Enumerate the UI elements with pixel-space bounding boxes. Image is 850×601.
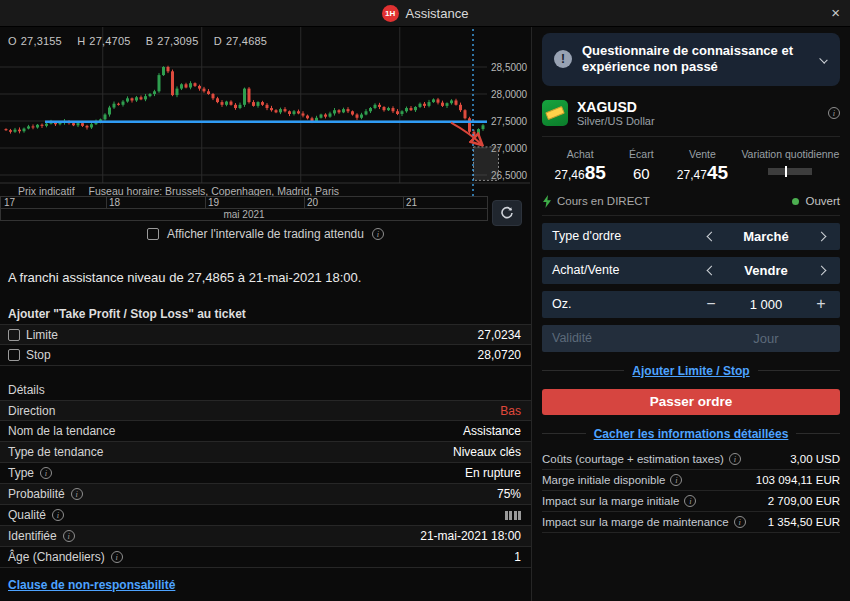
order-type-value: Marché (720, 229, 812, 244)
detail-row-age: Âge (Chandeliers)i 1 (0, 547, 531, 568)
details-title: Détails (8, 383, 45, 397)
maintenance-margin-row: Impact sur la marge de maintenancei 1 35… (542, 512, 840, 533)
validity-row: Validité Jour (542, 325, 840, 352)
info-icon[interactable]: i (729, 453, 741, 465)
window-title: Assistance (406, 6, 469, 21)
axis-month-label: mai 2021 (1, 209, 487, 220)
size-increase-button[interactable]: + (812, 295, 830, 313)
price-chart: 28,500028,000027,500027,000026,5000 O27,… (0, 27, 531, 197)
order-type-prev-button[interactable] (702, 233, 720, 240)
hide-details-link[interactable]: Cacher les informations détaillées (594, 427, 789, 441)
side-next-button[interactable] (812, 267, 830, 274)
limit-value: 27,0234 (478, 328, 521, 342)
svg-text:28,0000: 28,0000 (491, 89, 528, 100)
daily-variation: Variation quotidienne (741, 148, 840, 186)
warning-text: Questionnaire de connaissance et expérie… (582, 43, 811, 76)
size-input[interactable]: 1 000 (720, 297, 812, 312)
detail-row-direction: Direction Bas (0, 400, 531, 421)
info-icon[interactable]: i (52, 509, 64, 521)
detail-row-trend-type: Type de tendance Niveaux clés (0, 442, 531, 463)
limit-checkbox[interactable] (8, 329, 20, 341)
price-strip: Achat 27,4685 Écart 60 Vente 27,4745 Var… (542, 148, 840, 186)
assistance-window: 1H Assistance × 28,500028,000027,500027,… (0, 0, 850, 601)
info-icon[interactable]: i (828, 107, 840, 119)
ohlc-legend: O27,3155 H27,4705 B27,3095 D27,4685 (8, 35, 279, 47)
instrument-row: XAGUSD Silver/US Dollar i (542, 99, 840, 137)
close-icon[interactable]: × (831, 4, 840, 21)
instrument-symbol: XAGUSD (577, 99, 655, 115)
svg-text:28,5000: 28,5000 (491, 62, 528, 73)
candlestick-chart: 28,500028,000027,500027,000026,5000 (0, 27, 531, 197)
signal-sentence: A franchi assistance niveau de 27,4865 à… (8, 270, 523, 285)
tp-sl-title: Ajouter "Take Profit / Stop Loss" au tic… (8, 307, 246, 321)
chevron-down-icon (819, 55, 827, 63)
variation-gauge (768, 168, 812, 175)
spread: Écart 60 (618, 148, 664, 186)
buy-price[interactable]: Achat 27,4685 (542, 148, 618, 186)
market-open-dot (792, 198, 799, 205)
expected-range-row: Afficher l'intervalle de trading attendu… (0, 227, 531, 241)
detail-row-quality: Qualitéi (0, 505, 531, 526)
disclaimer-link[interactable]: Clause de non-responsabilité (8, 578, 175, 592)
x-tick: 19 (208, 197, 219, 208)
available-margin-row: Marge initiale disponiblei 103 094,11 EU… (542, 470, 840, 491)
validity-value: Jour (720, 331, 812, 346)
detail-row-identified: Identifiéei 21-mai-2021 18:00 (0, 526, 531, 547)
order-ticket-panel: ! Questionnaire de connaissance et expér… (531, 27, 850, 601)
x-axis: 1718192021 mai 2021 (0, 196, 488, 221)
instrument-name: Silver/US Dollar (577, 115, 655, 127)
costs-row: Coûts (courtage + estimation taxes)i 3,0… (542, 449, 840, 470)
detail-row-trend-name: Nom de la tendance Assistance (0, 421, 531, 442)
info-icon[interactable]: i (684, 495, 696, 507)
order-type-next-button[interactable] (812, 233, 830, 240)
info-icon[interactable]: i (71, 488, 83, 500)
side-prev-button[interactable] (702, 267, 720, 274)
interval-badge: 1H (382, 5, 399, 22)
info-icon[interactable]: i (670, 474, 682, 486)
x-tick: 21 (406, 197, 417, 208)
place-order-button[interactable]: Passer ordre (542, 389, 840, 415)
stop-value: 28,0720 (478, 348, 521, 362)
market-status-row: Cours en DIRECT Ouvert (542, 195, 840, 216)
lightning-icon (542, 195, 552, 208)
stop-checkbox[interactable] (8, 349, 20, 361)
side-row: Achat/Vente Vendre (542, 257, 840, 284)
quality-bars-icon (505, 511, 522, 520)
detail-row-probability: Probabilitéi 75% (0, 484, 531, 505)
warning-icon: ! (554, 50, 572, 68)
info-icon[interactable]: i (40, 467, 52, 479)
silver-instrument-icon (542, 100, 568, 126)
cost-info-list: Coûts (courtage + estimation taxes)i 3,0… (542, 449, 840, 533)
detail-row-type: Typei En rupture (0, 463, 531, 484)
info-icon[interactable]: i (372, 228, 384, 240)
limit-label: Limite (26, 328, 58, 342)
questionnaire-warning[interactable]: ! Questionnaire de connaissance et expér… (542, 33, 840, 86)
signal-panel: 28,500028,000027,500027,000026,5000 O27,… (0, 27, 531, 601)
x-tick: 17 (4, 197, 15, 208)
stop-row: Stop 28,0720 (0, 345, 531, 366)
info-icon[interactable]: i (734, 516, 746, 528)
direction-value: Bas (500, 404, 521, 418)
size-row: Oz. − 1 000 + (542, 291, 840, 318)
refresh-icon (500, 206, 514, 220)
sell-price[interactable]: Vente 27,4745 (664, 148, 740, 186)
refresh-button[interactable] (492, 200, 522, 226)
window-header: 1H Assistance × (0, 0, 850, 27)
info-icon[interactable]: i (63, 530, 75, 542)
info-icon[interactable]: i (111, 551, 123, 563)
side-value: Vendre (720, 263, 812, 278)
x-tick: 18 (109, 197, 120, 208)
x-tick: 20 (307, 197, 318, 208)
order-type-row: Type d'ordre Marché (542, 223, 840, 250)
expected-range-label: Afficher l'intervalle de trading attendu (167, 227, 364, 241)
svg-text:27,5000: 27,5000 (491, 116, 528, 127)
add-limit-stop-link[interactable]: Ajouter Limite / Stop (632, 364, 749, 378)
stop-label: Stop (26, 348, 51, 362)
initial-margin-row: Impact sur la marge initialei 2 709,00 E… (542, 491, 840, 512)
size-decrease-button[interactable]: − (702, 295, 720, 313)
live-price-label: Cours en DIRECT (557, 195, 650, 207)
expected-range-checkbox[interactable] (147, 228, 159, 240)
limit-row: Limite 27,0234 (0, 324, 531, 345)
market-open-label: Ouvert (805, 195, 840, 207)
